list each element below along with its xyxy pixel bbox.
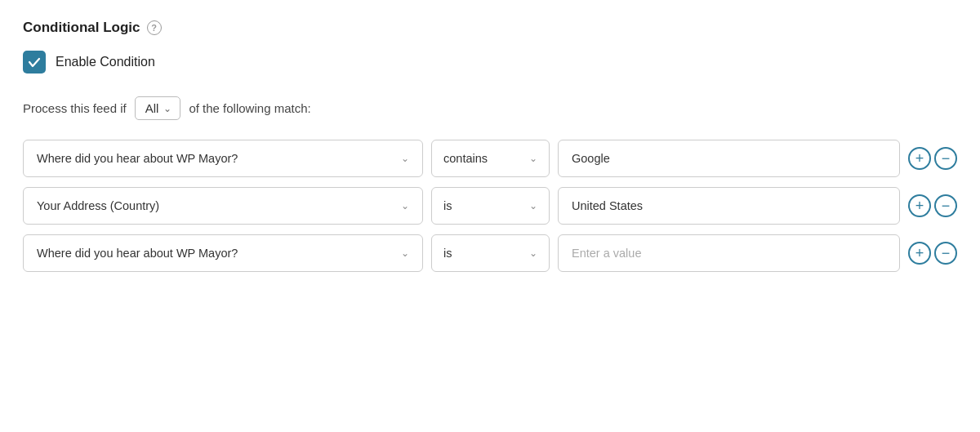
add-condition-button-2[interactable]: + — [908, 242, 931, 265]
chevron-down-icon: ⌄ — [529, 200, 537, 212]
operator-label-1: is — [443, 199, 452, 212]
action-buttons-0: + − — [908, 147, 957, 170]
field-label-1: Your Address (Country) — [37, 199, 159, 212]
add-condition-button-0[interactable]: + — [908, 147, 931, 170]
checkmark-icon — [28, 56, 41, 69]
condition-row: Where did you hear about WP Mayor? ⌄ con… — [23, 140, 957, 177]
operator-label-0: contains — [443, 152, 488, 165]
chevron-down-icon: ⌄ — [529, 247, 537, 259]
operator-label-2: is — [443, 247, 452, 260]
chevron-down-icon: ⌄ — [401, 247, 409, 259]
field-select-1[interactable]: Your Address (Country) ⌄ — [23, 187, 423, 225]
chevron-down-icon: ⌄ — [401, 153, 409, 164]
condition-row: Where did you hear about WP Mayor? ⌄ is … — [23, 234, 957, 272]
all-select[interactable]: All ⌄ — [135, 96, 181, 120]
field-label-2: Where did you hear about WP Mayor? — [37, 247, 238, 260]
enable-condition-row: Enable Condition — [23, 51, 957, 73]
enable-condition-checkbox[interactable] — [23, 51, 46, 73]
action-buttons-1: + − — [908, 194, 957, 217]
operator-select-2[interactable]: is ⌄ — [431, 234, 550, 272]
conditions-container: Where did you hear about WP Mayor? ⌄ con… — [23, 140, 957, 272]
add-condition-button-1[interactable]: + — [908, 194, 931, 217]
condition-row: Your Address (Country) ⌄ is ⌄ United Sta… — [23, 187, 957, 225]
chevron-down-icon: ⌄ — [401, 200, 409, 212]
value-input-2[interactable] — [558, 234, 900, 272]
value-field-1: United States — [558, 187, 900, 225]
field-select-2[interactable]: Where did you hear about WP Mayor? ⌄ — [23, 234, 423, 272]
operator-select-1[interactable]: is ⌄ — [431, 187, 550, 225]
help-icon[interactable]: ? — [147, 20, 162, 35]
process-suffix: of the following match: — [189, 101, 310, 115]
field-label-0: Where did you hear about WP Mayor? — [37, 152, 238, 165]
remove-condition-button-0[interactable]: − — [934, 147, 957, 170]
enable-condition-label: Enable Condition — [56, 55, 155, 69]
all-select-value: All — [145, 101, 159, 115]
remove-condition-button-2[interactable]: − — [934, 242, 957, 265]
operator-select-0[interactable]: contains ⌄ — [431, 140, 550, 177]
value-field-0: Google — [558, 140, 900, 177]
process-prefix: Process this feed if — [23, 101, 127, 115]
action-buttons-2: + − — [908, 242, 957, 265]
process-row: Process this feed if All ⌄ of the follow… — [23, 96, 957, 120]
chevron-down-icon: ⌄ — [163, 103, 172, 114]
section-title-text: Conditional Logic — [23, 20, 140, 36]
section-title: Conditional Logic ? — [23, 20, 957, 36]
remove-condition-button-1[interactable]: − — [934, 194, 957, 217]
chevron-down-icon: ⌄ — [529, 153, 537, 164]
field-select-0[interactable]: Where did you hear about WP Mayor? ⌄ — [23, 140, 423, 177]
